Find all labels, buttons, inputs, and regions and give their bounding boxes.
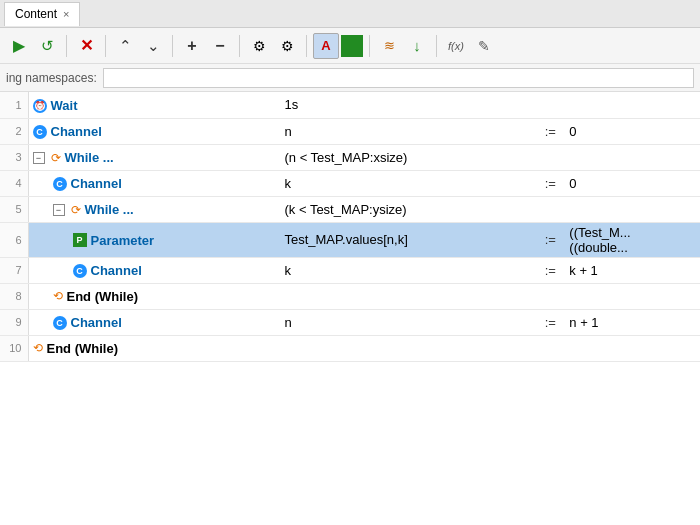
table-row[interactable]: 1⏰Wait1s [0,92,700,118]
sep1 [66,35,67,57]
expand-btn[interactable]: − [33,152,45,164]
expand-btn[interactable]: − [53,204,65,216]
row-number: 5 [0,196,28,222]
edit-btn[interactable]: ✎ [471,33,497,59]
param-icon: P [73,233,87,247]
row-value: n + 1 [565,309,700,335]
row-var [280,283,535,309]
toolbar: ▶ ↺ ✕ ⌃ ⌄ + − ⚙ ⚙ A ≋ ↓ f(x) ✎ [0,28,700,64]
settings-btn[interactable]: ⚙ [246,33,272,59]
row-assign [535,144,565,170]
while-icon: ⟳ [51,151,61,165]
row-var: n [280,118,535,144]
wait-icon: ⏰ [33,99,47,113]
row-value-line1: ((Test_M... [569,225,696,240]
arrow-down-btn[interactable]: ⌄ [140,33,166,59]
delete-btn[interactable]: ✕ [73,33,99,59]
row-number: 2 [0,118,28,144]
row-value [565,144,700,170]
row-number: 7 [0,257,28,283]
row-label: Channel [51,124,102,139]
table-row[interactable]: 4CChannelk:=0 [0,170,700,196]
row-number: 8 [0,283,28,309]
sep3 [172,35,173,57]
sep5 [306,35,307,57]
namespace-label: ing namespaces: [6,71,97,85]
row-var: (n < Test_MAP:xsize) [280,144,535,170]
tab-bar: Content × [0,0,700,28]
redo-btn[interactable]: ↺ [34,33,60,59]
row-var: k [280,170,535,196]
row-value-line2: ((double... [569,240,696,255]
fx-btn[interactable]: f(x) [443,33,469,59]
row-assign: := [535,118,565,144]
namespace-input[interactable] [103,68,694,88]
row-name-cell: ⏰Wait [28,92,280,118]
instruction-table: 1⏰Wait1s2CChanneln:=03−⟳While ...(n < Te… [0,92,700,362]
row-number: 1 [0,92,28,118]
row-label: Parameter [91,233,155,248]
row-number: 3 [0,144,28,170]
row-name-cell: CChannel [28,118,280,144]
row-assign: := [535,257,565,283]
row-number: 10 [0,335,28,361]
download-btn[interactable]: ↓ [404,33,430,59]
row-value: 0 [565,118,700,144]
row-var: n [280,309,535,335]
row-var: Test_MAP.values[n,k] [280,222,535,257]
chart-btn[interactable]: ≋ [376,33,402,59]
row-assign [535,196,565,222]
sep7 [436,35,437,57]
table-row[interactable]: 6PParameterTest_MAP.values[n,k]:=((Test_… [0,222,700,257]
channel-icon: C [53,177,67,191]
row-assign: := [535,222,565,257]
channel-icon: C [53,316,67,330]
settings2-btn[interactable]: ⚙ [274,33,300,59]
beta-btn[interactable] [341,35,363,57]
row-assign [535,283,565,309]
row-number: 9 [0,309,28,335]
row-assign: := [535,309,565,335]
sep4 [239,35,240,57]
go-btn[interactable]: ▶ [6,33,32,59]
content-tab[interactable]: Content × [4,2,80,26]
row-name-cell: CChannel [28,170,280,196]
row-label: Channel [71,176,122,191]
row-assign: := [535,170,565,196]
arrow-up-btn[interactable]: ⌃ [112,33,138,59]
table-row[interactable]: 5−⟳While ...(k < Test_MAP:ysize) [0,196,700,222]
namespace-bar: ing namespaces: [0,64,700,92]
row-var [280,335,535,361]
row-name-cell: −⟳While ... [28,196,280,222]
add-btn[interactable]: + [179,33,205,59]
row-name-cell: CChannel [28,309,280,335]
row-value [565,335,700,361]
tab-close-btn[interactable]: × [63,8,69,20]
row-label: While ... [85,202,134,217]
table-row[interactable]: 10⟲End (While) [0,335,700,361]
row-label: Channel [91,263,142,278]
table-row[interactable]: 8⟲End (While) [0,283,700,309]
row-value: k + 1 [565,257,700,283]
row-assign [535,92,565,118]
row-value [565,196,700,222]
row-label: End (While) [67,289,139,304]
alpha-btn[interactable]: A [313,33,339,59]
end-icon: ⟲ [53,289,63,303]
row-var: 1s [280,92,535,118]
row-var: k [280,257,535,283]
table-row[interactable]: 7CChannelk:=k + 1 [0,257,700,283]
tab-label: Content [15,7,57,21]
row-name-cell: ⟲End (While) [28,283,280,309]
channel-icon: C [33,125,47,139]
table-row[interactable]: 9CChanneln:=n + 1 [0,309,700,335]
table-row[interactable]: 3−⟳While ...(n < Test_MAP:xsize) [0,144,700,170]
row-value: 0 [565,170,700,196]
table-row[interactable]: 2CChanneln:=0 [0,118,700,144]
row-value [565,283,700,309]
remove-btn[interactable]: − [207,33,233,59]
row-name-cell: −⟳While ... [28,144,280,170]
row-name-cell: CChannel [28,257,280,283]
row-number: 6 [0,222,28,257]
sep2 [105,35,106,57]
